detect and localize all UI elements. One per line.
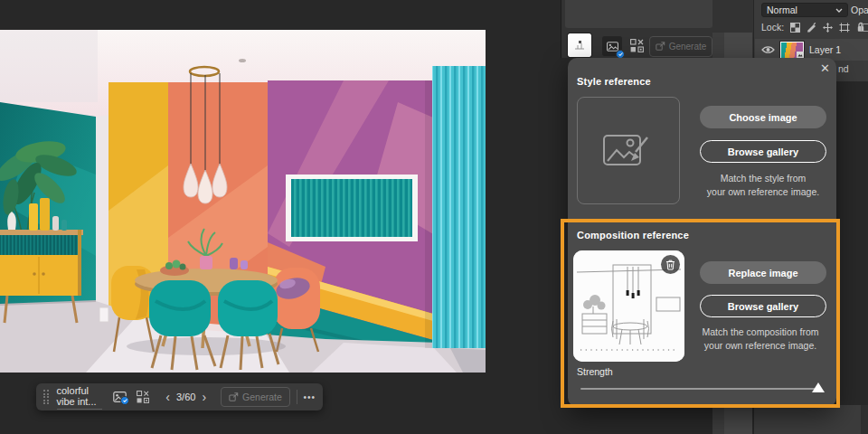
choose-image-button[interactable]: Choose image	[700, 106, 826, 128]
fill-lock-icon-cut[interactable]	[861, 24, 868, 32]
prompt-field-remnant[interactable]	[565, 0, 712, 28]
composition-reference-thumbnail[interactable]	[573, 250, 684, 362]
more-options-button[interactable]: •••	[303, 392, 316, 402]
replace-image-button[interactable]: Replace image	[700, 261, 826, 284]
reference-popup: ✕ Style reference Choose image Browse ga…	[568, 58, 836, 407]
prompt-text[interactable]: colorful vibe int...	[57, 385, 103, 410]
blend-mode-value: Normal	[767, 5, 797, 15]
variation-thumbnail[interactable]	[568, 33, 591, 57]
visibility-eye-icon[interactable]	[761, 45, 775, 54]
panel-edge	[861, 405, 868, 434]
taskbar-divider	[297, 390, 297, 404]
strength-slider-handle[interactable]	[812, 382, 825, 392]
layer-name: Layer 1	[809, 44, 841, 55]
similar-variations-button[interactable]	[629, 38, 644, 52]
composition-browse-gallery-button[interactable]: Browse gallery	[700, 295, 826, 317]
close-icon[interactable]: ✕	[820, 61, 830, 75]
lock-label: Lock:	[761, 22, 784, 33]
check-badge-icon	[120, 396, 129, 405]
trash-icon	[665, 259, 675, 270]
lock-controls: Lock:	[761, 22, 865, 33]
lock-paint-icon[interactable]	[807, 23, 816, 33]
generate-icon	[229, 392, 239, 402]
lock-artboard-icon[interactable]	[839, 23, 850, 33]
sketch-thumb-icon	[571, 37, 588, 53]
style-image-dropzone[interactable]	[577, 97, 680, 204]
taskbar-reference-image-button[interactable]	[113, 392, 127, 402]
image-icon	[607, 42, 618, 52]
composition-reference-title: Composition reference	[577, 230, 689, 241]
strength-slider[interactable]	[580, 382, 821, 394]
style-browse-gallery-button[interactable]: Browse gallery	[700, 140, 826, 163]
canvas-image	[0, 30, 486, 373]
delete-reference-button[interactable]	[661, 255, 680, 274]
previous-variation-button[interactable]: ‹	[165, 391, 170, 403]
drag-handle[interactable]	[43, 390, 49, 404]
grid-icon	[630, 39, 644, 52]
generate-icon	[656, 42, 665, 52]
lock-transparency-icon[interactable]	[790, 23, 800, 33]
taskbar-generate-button-disabled[interactable]: Generate	[221, 387, 290, 407]
style-caption: Match the style from your own reference …	[693, 172, 834, 198]
strength-label: Strength	[577, 366, 613, 377]
next-variation-button[interactable]: ›	[202, 391, 206, 403]
generate-label: Generate	[669, 42, 707, 52]
photoshop-workspace: Generate Normal Opac Lock:	[0, 0, 868, 434]
layer-thumbnail[interactable]	[780, 42, 804, 59]
image-placeholder-icon	[602, 130, 655, 172]
layers-panel-bottom	[753, 405, 861, 434]
opacity-label: Opac	[851, 5, 868, 15]
grid-icon	[137, 391, 149, 403]
strength-slider-track[interactable]	[580, 388, 821, 390]
generate-button-disabled[interactable]: Generate	[649, 36, 712, 57]
taskbar-similar-button[interactable]	[137, 391, 149, 403]
lock-position-icon[interactable]	[823, 23, 833, 33]
chevron-down-icon	[835, 8, 843, 13]
composition-caption: Match the composition from your own refe…	[687, 326, 834, 352]
contextual-task-bar: colorful vibe int... ‹ 3/60 ›	[36, 383, 323, 410]
blend-mode-select[interactable]: Normal	[761, 3, 848, 17]
style-reference-title: Style reference	[577, 76, 651, 87]
reference-image-button[interactable]	[602, 36, 622, 56]
background-layer-name-cut: nd	[838, 63, 849, 74]
variation-counter: 3/60	[176, 392, 195, 402]
